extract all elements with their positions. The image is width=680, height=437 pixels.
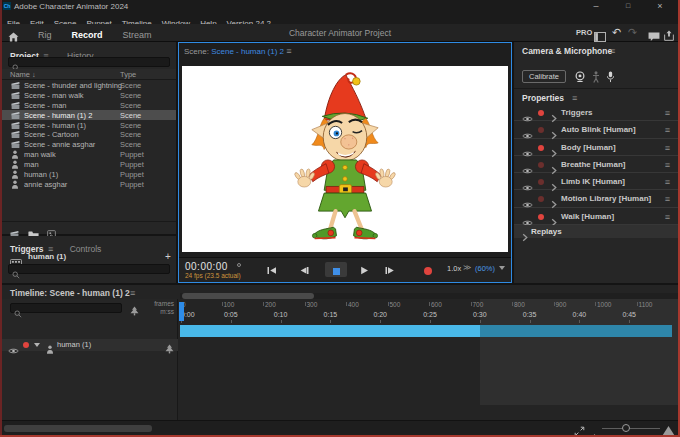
item-type: Scene	[120, 81, 141, 90]
arm-record-icon[interactable]	[538, 162, 544, 168]
record-button[interactable]	[419, 262, 437, 277]
timeline-search-input[interactable]	[10, 303, 122, 313]
timeline-zoom-knob[interactable]	[622, 424, 630, 432]
property-row-motion-library-human-[interactable]: Motion Library [Human]≡	[514, 190, 678, 207]
chevron-down-icon[interactable]	[34, 343, 40, 347]
zoom-chevron-down-icon[interactable]	[499, 266, 505, 270]
trigger-set-row[interactable]: human (1) +	[2, 250, 176, 263]
property-label: Limb IK [Human]	[561, 177, 625, 186]
timeline-scrollbar-thumb[interactable]	[182, 293, 314, 299]
table-row[interactable]: Scene - CartoonScene	[2, 129, 176, 139]
puppet-icon	[46, 340, 54, 358]
tab-stream[interactable]: Stream	[113, 27, 162, 43]
item-name: annie asghar	[24, 180, 67, 189]
row-menu-icon[interactable]: ≡	[665, 212, 670, 222]
arm-record-icon[interactable]	[538, 196, 544, 202]
next-frame-button[interactable]	[381, 262, 399, 277]
arm-record-icon[interactable]	[538, 214, 544, 220]
panel-menu-icon[interactable]: ≡	[286, 46, 291, 56]
undo-icon[interactable]: ↶	[612, 24, 621, 41]
replays-row[interactable]: Replays	[514, 225, 678, 238]
microphone-icon[interactable]	[606, 69, 615, 87]
property-row-walk-human-[interactable]: Walk [Human]≡	[514, 208, 678, 225]
table-row[interactable]: man walkPuppet	[2, 149, 176, 159]
arm-record-icon[interactable]	[23, 342, 29, 348]
table-row[interactable]: annie asgharPuppet	[2, 179, 176, 189]
go-to-start-button[interactable]	[263, 262, 281, 277]
timecode-mode-icon[interactable]	[237, 263, 241, 267]
fps-readout: 24 fps (23.5 actual)	[185, 272, 241, 279]
scene-label: Scene:	[184, 47, 209, 56]
eye-icon[interactable]	[8, 341, 19, 359]
item-type: Puppet	[120, 170, 144, 179]
window-title: Adobe Character Animator 2024	[14, 2, 128, 11]
row-menu-icon[interactable]: ≡	[665, 194, 670, 204]
table-row[interactable]: Scene - annie asgharScene	[2, 139, 176, 149]
playhead[interactable]	[179, 302, 184, 321]
track-bar-extension[interactable]	[480, 325, 672, 337]
tab-rig[interactable]: Rig	[28, 27, 62, 43]
scene-canvas[interactable]	[182, 66, 508, 252]
track-label: human (1)	[57, 340, 91, 349]
row-menu-icon[interactable]: ≡	[665, 177, 670, 187]
triggers-search-input[interactable]	[8, 264, 170, 274]
property-row-body-human-[interactable]: Body [Human]≡	[514, 139, 678, 156]
table-row[interactable]: Scene - manScene	[2, 100, 176, 110]
property-row-breathe-human-[interactable]: Breathe [Human]≡	[514, 156, 678, 173]
timeline-content[interactable]: 0100200300400500600700800900100011000:00…	[178, 293, 678, 435]
row-menu-icon[interactable]: ≡	[665, 108, 670, 118]
arm-record-icon[interactable]	[538, 179, 544, 185]
table-row[interactable]: Scene - thunder and lightningScene	[2, 80, 176, 90]
playback-speed[interactable]: 1.0x	[447, 264, 461, 273]
timeline-footer	[2, 420, 678, 435]
webcam-icon[interactable]	[574, 69, 586, 87]
arm-record-icon[interactable]	[538, 127, 544, 133]
body-tracking-icon[interactable]	[592, 69, 600, 87]
minimize-button[interactable]: –	[588, 0, 604, 12]
scene-name-link[interactable]: Scene - human (1) 2	[211, 47, 284, 56]
tree-filter-icon[interactable]	[165, 340, 174, 358]
project-search-input[interactable]	[8, 57, 170, 67]
row-menu-icon[interactable]: ≡	[665, 143, 670, 153]
canvas-zoom-level[interactable]: (60%)	[475, 264, 495, 273]
timeline-zoom-slider[interactable]	[602, 428, 660, 429]
stop-button[interactable]	[325, 262, 347, 277]
workspace-tabs: RigRecordStream	[28, 24, 162, 42]
table-row[interactable]: manPuppet	[2, 159, 176, 169]
add-trigger-icon[interactable]: +	[165, 251, 171, 262]
panel-menu-icon[interactable]: ≡	[610, 46, 615, 56]
timeline-ruler[interactable]: 0100200300400500600700800900100011000:00…	[178, 301, 678, 325]
column-type[interactable]: Type	[120, 69, 136, 80]
track-row-header[interactable]: human (1)	[2, 339, 178, 351]
application-window: Ch Adobe Character Animator 2024 – □ × F…	[0, 0, 680, 437]
table-row[interactable]: Scene - human (1)Scene	[2, 120, 176, 130]
close-button[interactable]: ×	[652, 0, 668, 12]
track-bar[interactable]	[180, 325, 480, 337]
ruler-tick	[471, 302, 472, 306]
panel-menu-icon[interactable]: ≡	[130, 288, 135, 298]
table-row[interactable]: Scene - man walkScene	[2, 90, 176, 100]
sort-descending-icon: ↓	[32, 70, 36, 79]
row-menu-icon[interactable]: ≡	[665, 160, 670, 170]
table-row[interactable]: Scene - human (1) 2Scene	[2, 110, 176, 120]
fast-forward-icon[interactable]: ≫	[463, 263, 471, 272]
play-button[interactable]	[355, 262, 373, 277]
redo-icon[interactable]: ↷	[628, 24, 637, 41]
calibrate-button[interactable]: Calibrate	[522, 70, 566, 83]
arm-record-icon[interactable]	[538, 110, 544, 116]
horizontal-scrollbar-thumb[interactable]	[4, 425, 152, 432]
ruler-time-label: 0:15	[324, 311, 338, 318]
row-menu-icon[interactable]: ≡	[665, 125, 670, 135]
column-name[interactable]: Name ↓	[10, 69, 36, 80]
property-row-auto-blink-human-[interactable]: Auto Blink [Human]≡	[514, 121, 678, 138]
table-row[interactable]: human (1)Puppet	[2, 169, 176, 179]
previous-frame-button[interactable]	[295, 262, 313, 277]
record-icon	[424, 267, 432, 275]
item-type: Puppet	[120, 150, 144, 159]
arm-record-icon[interactable]	[538, 145, 544, 151]
timeline-scrollbar[interactable]	[180, 293, 678, 299]
property-row-limb-ik-human-[interactable]: Limb IK [Human]≡	[514, 173, 678, 190]
maximize-button[interactable]: □	[620, 0, 636, 12]
panel-menu-icon[interactable]: ≡	[572, 93, 577, 103]
property-row-triggers[interactable]: Triggers≡	[514, 104, 678, 121]
